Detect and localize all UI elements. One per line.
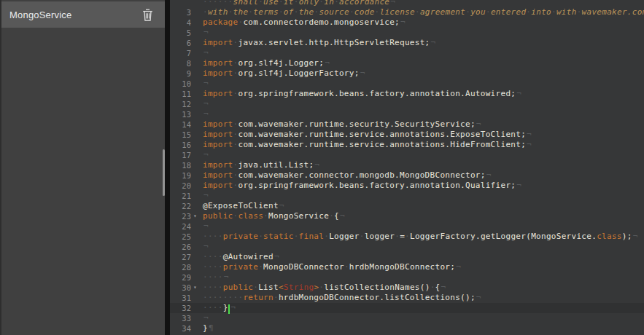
line-number: 26: [170, 242, 191, 252]
code-text: import·com.wavemaker.runtime.service.ann…: [203, 130, 532, 140]
line-number: 7: [170, 48, 191, 58]
code-line[interactable]: 19import·com.wavemaker.connector.mongodb…: [170, 170, 644, 181]
code-line[interactable]: 31········return·hrdbMongoDBConnector.li…: [170, 293, 644, 303]
code-line[interactable]: 23▾public·class·MongoService·{¬: [170, 211, 644, 221]
code-line[interactable]: ······shall·use·it·only·in·accordance¬: [170, 0, 644, 7]
code-line[interactable]: 17¬: [170, 150, 644, 160]
end-of-line-mark: ¬: [203, 313, 209, 323]
delete-service-button[interactable]: [141, 7, 155, 23]
line-number: 22: [170, 201, 191, 211]
end-of-line-mark: ¬: [390, 0, 395, 7]
line-number: 11: [170, 89, 191, 99]
line-number: 14: [170, 119, 191, 130]
code-line[interactable]: 10¬: [170, 79, 644, 89]
code-line[interactable]: 26¬: [170, 242, 644, 252]
code-line[interactable]: 8import·org.slf4j.Logger;¬: [170, 58, 644, 68]
end-of-line-mark: ¬: [456, 262, 461, 272]
end-of-line-mark: ¬: [230, 303, 236, 312]
end-of-line-mark: ¬: [203, 242, 209, 251]
end-of-line-mark: ¬: [203, 79, 209, 88]
code-text: import·org.springframework.beans.factory…: [203, 181, 521, 191]
code-text: ¬: [203, 191, 209, 201]
end-of-line-mark: ¬: [203, 99, 209, 109]
end-of-line-mark: ¬: [203, 221, 209, 231]
code-line[interactable]: 9import·org.slf4j.LoggerFactory;¬: [170, 68, 644, 79]
end-of-line-mark: ¬: [486, 170, 492, 180]
line-number: 15: [170, 130, 191, 140]
end-of-line-mark: ¬: [441, 283, 446, 292]
code-line[interactable]: 21¬: [170, 191, 644, 201]
code-text: ¬: [203, 28, 209, 38]
end-of-line-mark: ¬: [224, 272, 229, 282]
code-line[interactable]: 7¬: [170, 48, 644, 58]
code-line[interactable]: 34}¶: [170, 323, 644, 334]
fold-toggle-icon[interactable]: ▾: [193, 211, 197, 221]
code-line[interactable]: 29····¬: [170, 272, 644, 283]
code-line[interactable]: 16import·com.wavemaker.runtime.service.a…: [170, 140, 644, 150]
code-text: public·class·MongoService·{¬: [203, 211, 345, 221]
code-line[interactable]: 33¬: [170, 313, 644, 323]
code-text: import·java.util.List;¬: [203, 160, 319, 170]
code-line[interactable]: 15import·com.wavemaker.runtime.service.a…: [170, 130, 644, 140]
services-sidebar: MongoService: [0, 0, 165, 335]
end-of-line-mark: ¬: [360, 68, 365, 78]
code-line[interactable]: 30▾····public·List<String>·listCollectio…: [170, 283, 644, 293]
code-text: ¬: [203, 48, 209, 58]
line-number: 5: [170, 28, 191, 38]
code-line[interactable]: 25····private·static·final·Logger·logger…: [170, 232, 644, 242]
sidebar-item-mongoservice[interactable]: MongoService: [1, 1, 165, 28]
end-of-line-mark: ¬: [516, 89, 521, 98]
end-of-line-mark: ¬: [203, 191, 209, 200]
end-of-line-mark: ¬: [633, 232, 638, 241]
code-line[interactable]: 18import·java.util.List;¬: [170, 160, 644, 170]
end-of-line-mark: ¬: [527, 140, 532, 149]
code-line[interactable]: 27····@Autowired¬: [170, 252, 644, 262]
code-line[interactable]: 14import·com.wavemaker.runtime.security.…: [170, 119, 644, 130]
code-text: import·com.wavemaker.runtime.service.ann…: [203, 140, 532, 150]
end-of-line-mark: ¬: [203, 150, 209, 159]
line-number: 23: [170, 211, 191, 221]
code-line[interactable]: 3·with·the·terms·of·the·source·code·lice…: [170, 7, 644, 17]
code-text: }¶: [203, 323, 214, 334]
code-line[interactable]: 5¬: [170, 28, 644, 38]
code-line[interactable]: 4package·com.connectordemo.mongoservice;…: [170, 17, 644, 28]
code-line[interactable]: 6import·javax.servlet.http.HttpServletRe…: [170, 38, 644, 48]
code-line[interactable]: 13¬: [170, 109, 644, 119]
fold-toggle-icon[interactable]: ▾: [193, 283, 197, 293]
code-line[interactable]: 24¬: [170, 221, 644, 232]
line-number: 8: [170, 58, 191, 68]
code-line[interactable]: 32····}¬: [170, 303, 644, 313]
code-text: ····@Autowired¬: [203, 252, 279, 262]
end-of-line-mark: ¬: [340, 211, 345, 221]
code-text: ········return·hrdbMongoDBConnector.list…: [203, 293, 481, 303]
code-editor[interactable]: ······shall·use·it·only·in·accordance¬3·…: [170, 0, 644, 335]
line-number: 21: [170, 191, 191, 201]
code-text: ¬: [203, 109, 209, 119]
end-of-line-mark: ¬: [400, 17, 406, 27]
end-of-line-mark: ¬: [325, 58, 330, 68]
code-text: ¬: [203, 150, 209, 160]
code-line[interactable]: 11import·org.springframework.beans.facto…: [170, 89, 644, 99]
end-of-line-mark: ¬: [279, 201, 284, 210]
code-text: import·org.slf4j.LoggerFactory;¬: [203, 68, 365, 79]
code-line[interactable]: 12¬: [170, 99, 644, 109]
line-number: 24: [170, 221, 191, 232]
code-line[interactable]: 22@ExposeToClient¬: [170, 201, 644, 211]
end-of-line-mark: ¬: [203, 109, 209, 119]
line-number: 18: [170, 160, 191, 170]
line-number: 9: [170, 68, 191, 79]
panel-splitter[interactable]: [165, 0, 170, 335]
end-of-file-mark: ¶: [209, 323, 214, 333]
code-line[interactable]: 28····private·MongoDBConnector·hrdbMongo…: [170, 262, 644, 272]
end-of-line-mark: ¬: [314, 160, 319, 170]
end-of-line-mark: ¬: [527, 130, 532, 139]
code-line[interactable]: 20import·org.springframework.beans.facto…: [170, 181, 644, 191]
line-number: 28: [170, 262, 191, 272]
code-text: ·with·the·terms·of·the·source·code·licen…: [203, 7, 644, 17]
code-text: ····¬: [203, 272, 229, 283]
code-text: ¬: [203, 221, 209, 232]
code-text: ······shall·use·it·only·in·accordance¬: [203, 0, 395, 7]
code-text: ¬: [203, 79, 209, 89]
code-text: ····private·static·final·Logger·logger·=…: [203, 232, 638, 242]
code-text: ¬: [203, 242, 209, 252]
